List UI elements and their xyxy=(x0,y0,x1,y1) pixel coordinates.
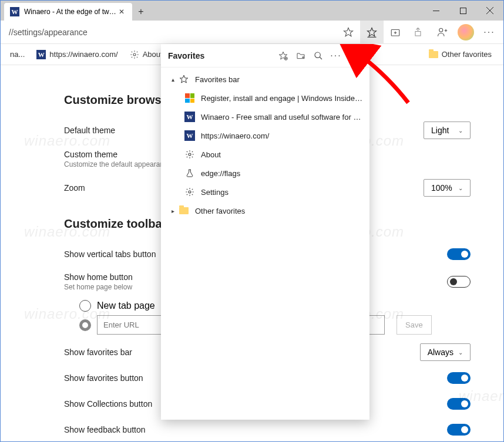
ms-logo-icon xyxy=(184,93,195,103)
favorite-item[interactable]: W Winaero - Free small and useful softwa… xyxy=(161,107,369,126)
expand-arrow-icon: ▸ xyxy=(169,208,176,214)
svg-point-15 xyxy=(133,53,136,56)
favorites-bar-select[interactable]: Always⌄ xyxy=(420,343,471,361)
favorite-item[interactable]: edge://flags xyxy=(161,164,369,183)
favorites-bar-label: Favorites bar xyxy=(195,75,369,84)
more-menu-icon[interactable]: ··· xyxy=(478,21,501,44)
favorite-item[interactable]: Settings xyxy=(161,183,369,201)
chevron-down-icon: ⌄ xyxy=(458,349,463,356)
gear-icon xyxy=(184,187,195,197)
gear-icon xyxy=(130,50,139,59)
favorite-item[interactable]: Register, install and engage | Windows I… xyxy=(161,89,369,107)
select-value: 100% xyxy=(431,183,452,193)
setting-label: Show feedback button xyxy=(64,425,447,434)
folder-icon xyxy=(429,51,438,58)
favorite-label: Winaero - Free small and useful software… xyxy=(201,113,369,122)
collections-icon[interactable] xyxy=(384,21,407,44)
svg-rect-11 xyxy=(415,31,421,36)
toggle-favorites-button[interactable] xyxy=(447,372,471,384)
toggle-home-button[interactable] xyxy=(447,276,471,288)
window-controls xyxy=(422,1,503,21)
svg-marker-4 xyxy=(344,28,353,36)
favicon-icon: W xyxy=(184,112,195,122)
tab-title: Winaero - At the edge of tweaki xyxy=(24,8,117,16)
favorite-label: https://winaero.com/ xyxy=(201,131,369,140)
star-icon xyxy=(179,74,189,85)
favorite-star-icon[interactable] xyxy=(337,21,360,44)
collapse-arrow-icon: ▴ xyxy=(169,76,176,83)
favorites-panel-title: Favorites xyxy=(168,51,274,60)
new-tab-button[interactable]: + xyxy=(132,3,150,21)
bookmark-item[interactable]: na... xyxy=(5,48,29,61)
other-favorites-folder[interactable]: ▸ Other favorites xyxy=(161,201,369,220)
maximize-button[interactable] xyxy=(449,1,476,21)
close-window-button[interactable] xyxy=(476,1,503,21)
address-bar: ··· xyxy=(1,21,503,44)
favorite-label: About xyxy=(201,150,369,159)
bookmark-label: About xyxy=(143,50,163,59)
folder-icon xyxy=(179,205,189,216)
save-button[interactable]: Save xyxy=(397,315,432,335)
bookmark-label: Other favorites xyxy=(442,50,492,59)
share-icon[interactable] xyxy=(407,21,431,44)
favorite-label: Settings xyxy=(201,188,369,197)
close-tab-icon[interactable]: ✕ xyxy=(117,8,126,16)
other-favorites-label: Other favorites xyxy=(195,207,369,215)
radio-url[interactable] xyxy=(79,319,91,331)
favorite-item[interactable]: About xyxy=(161,145,369,164)
svg-line-23 xyxy=(320,57,322,59)
favorites-more-icon[interactable]: ··· xyxy=(327,47,345,65)
profile-avatar-icon[interactable] xyxy=(454,21,478,44)
person-icon[interactable] xyxy=(431,21,454,44)
bookmark-label: https://winaero.com/ xyxy=(49,50,117,59)
svg-point-27 xyxy=(189,191,191,193)
setting-row-feedback-button: Show feedback button xyxy=(64,417,471,441)
svg-marker-25 xyxy=(180,75,187,83)
favorites-panel: Favorites ··· ▴ Favorites bar Register, … xyxy=(161,44,369,420)
tab-strip: W Winaero - At the edge of tweaki ✕ + xyxy=(1,1,422,21)
select-value: Always xyxy=(428,347,453,357)
chevron-down-icon: ⌄ xyxy=(458,185,463,191)
favorite-label: edge://flags xyxy=(201,169,369,178)
chevron-down-icon: ⌄ xyxy=(458,127,463,134)
radio-newtab[interactable] xyxy=(79,300,91,312)
bookmark-label: na... xyxy=(10,50,25,59)
toggle-feedback-button[interactable] xyxy=(447,424,471,436)
toggle-vertical-tabs[interactable] xyxy=(447,248,471,260)
search-favorites-icon[interactable] xyxy=(310,47,327,65)
favorites-bar-folder[interactable]: ▴ Favorites bar xyxy=(161,70,369,89)
svg-point-12 xyxy=(439,28,443,32)
other-favorites-folder[interactable]: Other favorites xyxy=(424,48,496,61)
bookmark-item[interactable]: Whttps://winaero.com/ xyxy=(32,48,122,62)
favorites-panel-header: Favorites ··· xyxy=(161,44,369,68)
favorite-label: Register, install and engage | Windows I… xyxy=(201,94,369,103)
add-favorite-icon[interactable] xyxy=(274,47,292,65)
favorites-list: ▴ Favorites bar Register, install and en… xyxy=(161,68,369,222)
zoom-select[interactable]: 100%⌄ xyxy=(424,179,471,197)
select-value: Light xyxy=(431,126,449,135)
add-folder-icon[interactable] xyxy=(292,47,310,65)
tab-favicon-icon: W xyxy=(10,7,19,16)
theme-select[interactable]: Light⌄ xyxy=(424,122,471,139)
window-titlebar: W Winaero - At the edge of tweaki ✕ + xyxy=(1,1,503,21)
flask-icon xyxy=(184,168,195,178)
url-input[interactable] xyxy=(3,24,337,41)
browser-tab[interactable]: W Winaero - At the edge of tweaki ✕ xyxy=(4,3,132,21)
gear-icon xyxy=(184,149,195,160)
pin-icon[interactable] xyxy=(345,47,362,65)
favicon-icon: W xyxy=(36,50,46,59)
svg-marker-5 xyxy=(368,28,377,36)
radio-label: New tab page xyxy=(97,301,155,311)
svg-rect-1 xyxy=(460,8,466,14)
favicon-icon: W xyxy=(184,130,195,141)
svg-point-26 xyxy=(189,153,191,156)
favorite-item[interactable]: W https://winaero.com/ xyxy=(161,126,369,145)
minimize-button[interactable] xyxy=(422,1,449,21)
toggle-collections-button[interactable] xyxy=(447,398,471,410)
svg-point-22 xyxy=(315,52,320,58)
favorites-button[interactable] xyxy=(360,21,384,44)
